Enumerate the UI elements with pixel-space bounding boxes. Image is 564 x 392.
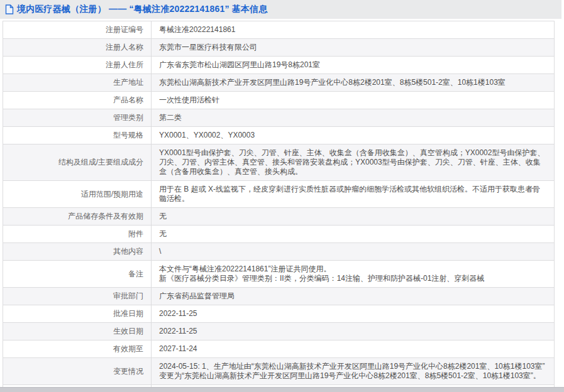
row-value: 广东省东莞市松山湖园区阿里山路19号8栋201室 [152,57,555,74]
row-label: 产品名称 [3,92,152,109]
table-row: 生效日期2022-11-25 [3,323,555,340]
row-value: 一次性使用活检针 [152,92,555,109]
row-value: 2027-11-24 [152,340,555,358]
row-label: 批准日期 [3,305,152,323]
row-value: 粤械注准20222141861 [152,21,555,39]
table-row: 注册人住所广东省东莞市松山湖园区阿里山路19号8栋201室 [3,57,555,74]
row-label: 管理类别 [3,109,152,127]
row-label: 有效期至 [3,340,152,358]
row-value: 第二类 [152,109,555,127]
row-label-text: 其他内容 [113,247,143,256]
row-label-text: 生效日期 [113,327,143,335]
row-label-text: 适用范围/预期用途 [81,190,143,199]
row-label: 注册人名称 [3,39,152,57]
row-label-text: 产品储存条件及有效期 [68,212,143,220]
table-row: 其他内容\ [3,243,555,261]
row-label-text: 备注 [128,270,143,278]
row-value: 2024-05-15: 1、生产地址由“东莞松山湖高新技术产业开发区阿里山路19… [152,358,555,385]
row-value: 东莞松山湖高新技术产业开发区阿里山路19号产业化中心8栋2楼201室、8栋5楼5… [152,74,555,92]
row-label-text: 审批部门 [113,291,143,300]
table-row: 注册人名称东莞市一星医疗科技有限公司 [3,39,555,57]
row-label: 其他内容 [3,243,152,261]
page-header: 境内医疗器械（注册） —— “粤械注准20222141861” 基本信息 [0,0,561,19]
registration-info-table: 注册证编号粤械注准20222141861注册人名称东莞市一星医疗科技有限公司注册… [3,21,555,392]
horizontal-scrollbar[interactable] [0,387,564,392]
row-label-text: 有效期至 [113,344,143,353]
table-row: 附件无 [3,226,555,243]
table-row: 备注本文件与“粤械注准20222141861”注册证共同使用。 新《医疗器械分类… [3,261,555,288]
row-label-text: 注册人住所 [106,60,143,69]
row-value: 广东省药品监督管理局 [152,288,555,305]
row-value: YX0001型号由保护套、刀尖、刀管、针座、主体、收集盒（含备用收集盒）、真空管… [152,144,555,181]
row-value: \ [152,243,555,261]
row-label: 附件 [3,226,152,243]
row-value: 本文件与“粤械注准20222141861”注册证共同使用。 新《医疗器械分类目录… [152,261,555,288]
table-row: 型号规格YX0001、YX0002、YX0003 [3,127,555,144]
table-body: 注册证编号粤械注准20222141861注册人名称东莞市一星医疗科技有限公司注册… [3,21,555,392]
row-value: 无 [152,208,555,226]
row-label-text: 生产地址 [113,78,143,87]
row-label-text: 批准日期 [113,309,143,318]
row-label-text: 型号规格 [113,131,143,139]
table-row: 注册证编号粤械注准20222141861 [3,21,555,39]
table-row: 审批部门广东省药品监督管理局 [3,288,555,305]
row-label-text: 结构及组成/主要组成成分 [58,158,143,166]
row-label: 注册人住所 [3,57,152,74]
row-label: 生效日期 [3,323,152,340]
row-value: 2022-11-25 [152,323,555,340]
row-label-text: 注册人名称 [106,43,143,52]
row-label-text: 变更情况 [113,367,143,376]
row-label-text: 附件 [128,229,143,238]
row-label: 结构及组成/主要组成成分 [3,144,152,181]
row-value: 无 [152,226,555,243]
row-value: YX0001、YX0002、YX0003 [152,127,555,144]
row-label-text: 注册证编号 [106,25,143,34]
table-row: 管理类别第二类 [3,109,555,127]
row-value: 2022-11-25 [152,305,555,323]
row-value: 东莞市一星医疗科技有限公司 [152,39,555,57]
row-label: 型号规格 [3,127,152,144]
row-label: 产品储存条件及有效期 [3,208,152,226]
table-row: 适用范围/预期用途用于在 B 超或 X-线监视下，经皮穿刺进行实质性脏器或肿瘤的… [3,181,555,208]
row-label: 生产地址 [3,74,152,92]
row-label: 审批部门 [3,288,152,305]
row-label: 变更情况 [3,358,152,385]
table-row: 变更情况2024-05-15: 1、生产地址由“东莞松山湖高新技术产业开发区阿里… [3,358,555,385]
page-title: 境内医疗器械（注册） —— “粤械注准20222141861” 基本信息 [17,4,268,15]
table-row: 批准日期2022-11-25 [3,305,555,323]
row-label: 适用范围/预期用途 [3,181,152,208]
table-row: 生产地址东莞松山湖高新技术产业开发区阿里山路19号产业化中心8栋2楼201室、8… [3,74,555,92]
row-label: 备注 [3,261,152,288]
registration-detail-page: 境内医疗器械（注册） —— “粤械注准20222141861” 基本信息 注册证… [0,0,564,392]
row-label: 注册证编号 [3,21,152,39]
row-label-text: 管理类别 [113,113,143,122]
table-row: 产品储存条件及有效期无 [3,208,555,226]
document-icon [5,4,14,14]
table-row: 有效期至2027-11-24 [3,340,555,358]
row-value: 用于在 B 超或 X-线监视下，经皮穿刺进行实质性脏器或肿瘤的细胞学活检或其他软… [152,181,555,208]
table-row: 产品名称一次性使用活检针 [3,92,555,109]
table-row: 结构及组成/主要组成成分YX0001型号由保护套、刀尖、刀管、针座、主体、收集盒… [3,144,555,181]
row-label-text: 产品名称 [113,95,143,104]
